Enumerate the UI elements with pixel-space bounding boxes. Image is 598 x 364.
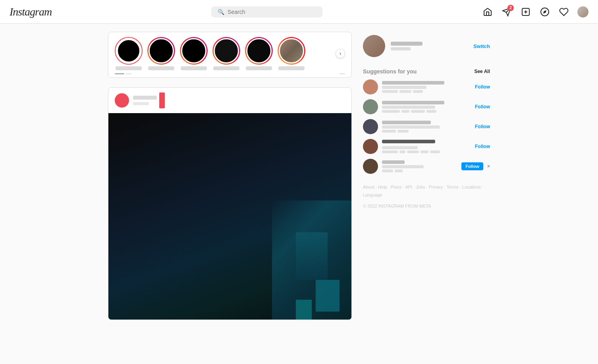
right-column: Switch Suggestions for you See All Follo…	[363, 32, 490, 320]
image-shape-2	[316, 280, 340, 312]
post-timestamp-bar	[133, 102, 149, 105]
profile-name-bar	[391, 42, 422, 46]
story-item[interactable]	[212, 37, 240, 70]
suggestion-name-bar	[382, 81, 444, 85]
navbar-icons: 2	[482, 6, 588, 17]
suggestion-name-bar	[382, 121, 431, 124]
post-indicator	[159, 92, 165, 108]
footer-links: About · Help · Press · API · Jobs · Priv…	[363, 183, 490, 210]
story-dot-right	[340, 73, 345, 74]
follow-button[interactable]: Follow	[475, 84, 490, 90]
profile-left	[363, 35, 422, 57]
suggestion-text	[382, 121, 471, 133]
suggestion-sub2	[382, 169, 457, 172]
add-post-icon[interactable]	[520, 6, 531, 17]
image-shape-3	[296, 300, 312, 320]
suggestion-sub-bar	[382, 106, 435, 109]
suggestion-avatar[interactable]	[363, 79, 378, 94]
see-all-button[interactable]: See All	[474, 69, 490, 74]
post-user-avatar	[115, 93, 129, 108]
suggestion-item: Follow	[363, 99, 490, 114]
remove-button[interactable]: ×	[487, 164, 490, 169]
user-profile-card: Switch	[363, 32, 490, 60]
suggestion-text	[382, 81, 471, 93]
post-image	[108, 113, 351, 320]
navbar: Instagram 🔍 2	[0, 0, 598, 24]
stories-container: ›	[108, 32, 352, 78]
story-dot	[126, 73, 131, 74]
profile-avatar-nav[interactable]	[577, 6, 588, 17]
suggestion-item: Follow ×	[363, 159, 490, 174]
footer-link-locations[interactable]: Locations	[462, 185, 481, 189]
footer-link-jobs[interactable]: Jobs	[416, 185, 425, 189]
activity-icon[interactable]	[558, 6, 569, 17]
left-column: ›	[108, 32, 352, 320]
suggestion-name-bar	[382, 160, 405, 164]
suggestion-avatar[interactable]	[363, 159, 378, 174]
suggestion-item: Follow	[363, 79, 490, 94]
main-container: ›	[100, 0, 498, 320]
suggestion-avatar[interactable]	[363, 119, 378, 134]
image-shape-1	[296, 232, 328, 280]
suggestion-text	[382, 160, 457, 172]
footer-link-privacy[interactable]: Privacy	[429, 185, 443, 189]
switch-button[interactable]: Switch	[473, 43, 490, 49]
suggestion-item: Follow	[363, 119, 490, 134]
profile-sub-bar	[391, 47, 411, 50]
app-logo[interactable]: Instagram	[10, 6, 52, 18]
suggestion-sub-bar	[382, 86, 426, 89]
follow-button[interactable]: Follow	[475, 124, 490, 129]
suggestion-avatar[interactable]	[363, 139, 378, 154]
profile-text	[391, 42, 422, 50]
footer-link-terms[interactable]: Terms	[447, 185, 459, 189]
suggestion-avatar[interactable]	[363, 99, 378, 114]
messages-icon[interactable]: 2	[501, 6, 512, 17]
explore-icon[interactable]	[539, 6, 550, 17]
suggestion-sub-bar	[382, 165, 424, 168]
footer-link-language[interactable]: Language	[363, 193, 382, 197]
suggestion-name-bar	[382, 101, 444, 104]
footer-link-api[interactable]: API	[405, 185, 412, 189]
story-item[interactable]	[278, 37, 305, 70]
search-bar[interactable]: 🔍	[211, 6, 322, 17]
suggestion-text	[382, 140, 471, 153]
footer-link-press[interactable]: Press	[391, 185, 402, 189]
search-input[interactable]	[228, 9, 316, 15]
footer-link-about[interactable]: About	[363, 185, 374, 189]
story-item[interactable]	[245, 37, 273, 70]
post-header	[108, 88, 351, 113]
story-item[interactable]	[115, 37, 143, 70]
search-icon: 🔍	[218, 9, 224, 15]
post-username-block	[133, 96, 157, 105]
home-icon[interactable]	[482, 6, 493, 17]
suggestion-sub2	[382, 130, 471, 133]
suggestion-text	[382, 101, 471, 113]
follow-button-blue[interactable]: Follow	[461, 162, 483, 170]
svg-marker-4	[543, 10, 546, 13]
suggestion-sub2	[382, 150, 471, 153]
profile-avatar[interactable]	[363, 35, 385, 57]
suggestion-sub2	[382, 90, 471, 93]
suggestion-item: Follow	[363, 139, 490, 154]
stories-row: ›	[108, 37, 351, 70]
suggestion-sub-bar	[382, 146, 418, 149]
suggestion-sub2	[382, 110, 471, 113]
story-item[interactable]	[180, 37, 208, 70]
suggestions-header: Suggestions for you See All	[363, 68, 490, 75]
post-username-bar	[133, 96, 157, 100]
stories-next-button[interactable]: ›	[336, 49, 345, 58]
suggestions-title: Suggestions for you	[363, 68, 417, 75]
suggestion-sub-bar	[382, 125, 440, 129]
stories-dots	[108, 70, 351, 74]
footer-link-help[interactable]: Help	[378, 185, 387, 189]
footer-copyright: © 2022 INSTAGRAM FROM META	[363, 202, 490, 210]
story-item[interactable]	[147, 37, 175, 70]
suggestion-name-bar-dark	[382, 140, 435, 143]
follow-button[interactable]: Follow	[475, 144, 490, 149]
story-dot-active	[115, 73, 124, 74]
follow-button[interactable]: Follow	[475, 104, 490, 110]
post-container	[108, 87, 352, 320]
notification-badge: 2	[507, 5, 514, 11]
